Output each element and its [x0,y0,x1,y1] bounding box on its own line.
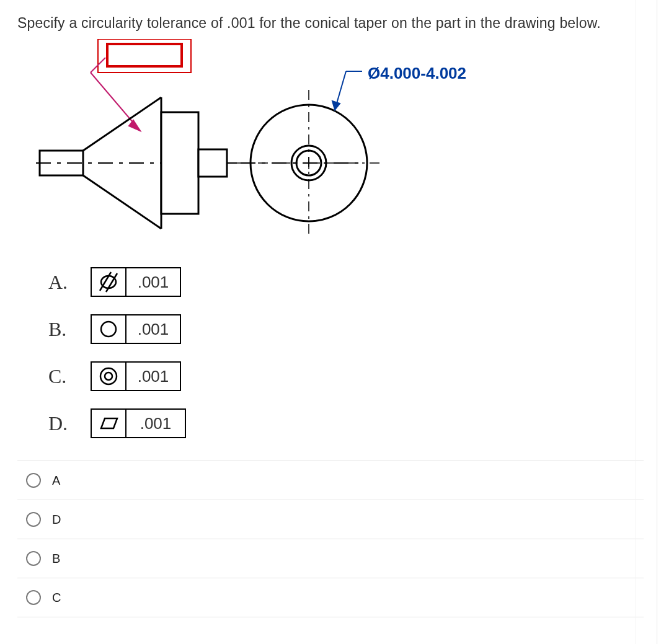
end-view [236,90,382,236]
answer-choice-a[interactable]: A [17,461,644,500]
circularity-icon [92,315,126,343]
drawing-svg [17,39,637,250]
radio-icon [26,590,41,605]
svg-rect-0 [107,44,182,66]
answer-label: A [52,474,60,488]
answer-label: B [52,552,60,566]
dimension-leader [332,71,362,110]
option-b-value: .001 [126,315,180,343]
svg-point-28 [105,373,112,380]
svg-marker-4 [129,120,140,131]
radio-icon [26,473,41,488]
svg-line-9 [83,175,161,229]
fcf-a: .001 [91,267,181,297]
svg-point-26 [101,322,116,337]
radio-icon [26,512,41,527]
option-b: B. .001 [48,314,644,344]
answer-choices: A D B C [17,461,644,617]
option-d-letter: D. [48,412,91,435]
callout-box [98,39,191,73]
large-cylinder [161,112,198,214]
small-cylinder [198,149,227,177]
concentricity-icon [92,363,126,390]
answer-choice-d[interactable]: D [17,500,644,539]
option-d: D. .001 [48,408,644,438]
fcf-options: A. .001 B. [17,267,644,438]
answer-label: C [52,591,61,605]
svg-point-27 [100,368,117,384]
radio-icon [26,551,41,566]
svg-rect-11 [161,112,198,214]
svg-line-8 [83,97,161,151]
option-c: C. .001 [48,361,644,391]
answer-choice-c[interactable]: C [17,578,644,617]
diameter-dimension: Ø4.000-4.002 [368,64,466,83]
svg-rect-12 [198,149,227,177]
option-a-letter: A. [48,271,91,294]
flatness-icon [92,410,126,437]
answer-label: D [52,513,61,527]
svg-marker-29 [101,418,117,428]
svg-marker-22 [332,101,340,110]
page-divider [657,0,657,644]
fcf-b: .001 [91,314,181,344]
option-b-letter: B. [48,318,91,341]
question-page: Specify a circularity tolerance of .001 … [0,0,661,644]
technical-drawing: Ø4.000-4.002 [17,39,637,250]
question-text: Specify a circularity tolerance of .001 … [17,15,644,32]
fcf-d: .001 [91,408,186,438]
option-c-letter: C. [48,365,91,388]
option-a: A. .001 [48,267,644,297]
cylindricity-icon [92,268,126,296]
answer-choice-b[interactable]: B [17,539,644,578]
option-a-value: .001 [126,268,180,296]
fcf-c: .001 [91,361,181,391]
option-d-value: .001 [126,410,185,437]
option-c-value: .001 [126,363,180,390]
